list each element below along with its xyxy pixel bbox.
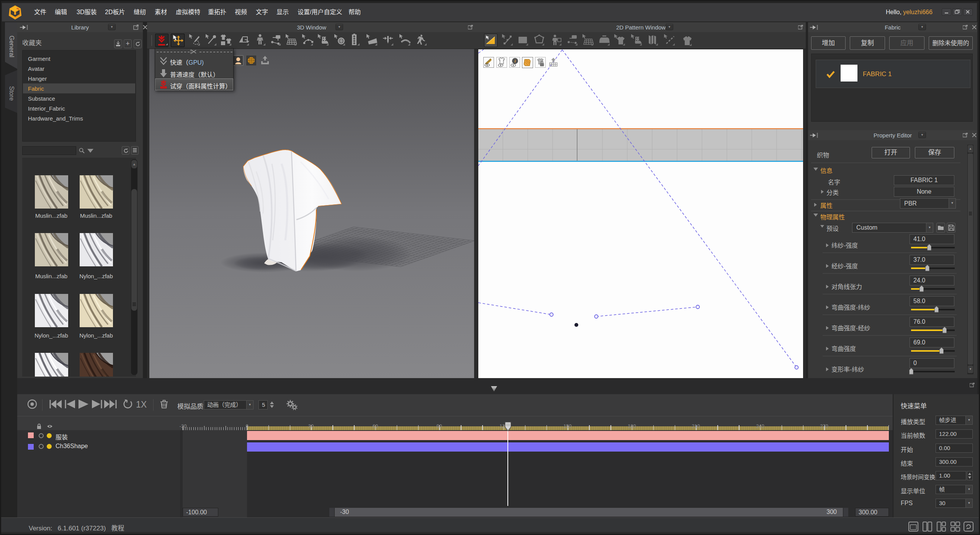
svg-text:1X: 1X — [136, 400, 147, 409]
